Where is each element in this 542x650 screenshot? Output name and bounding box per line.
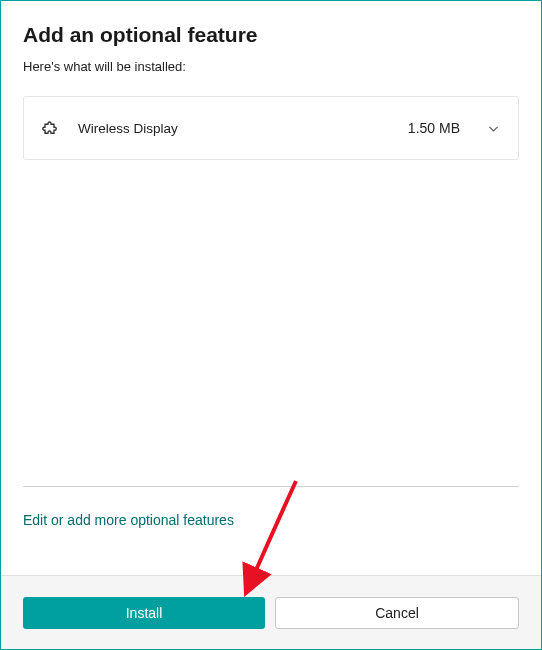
- install-button[interactable]: Install: [23, 597, 265, 629]
- dialog-title: Add an optional feature: [23, 23, 519, 47]
- puzzle-icon: [42, 119, 60, 137]
- link-section: Edit or add more optional features: [23, 486, 519, 529]
- edit-add-features-link[interactable]: Edit or add more optional features: [23, 512, 234, 528]
- feature-row[interactable]: Wireless Display 1.50 MB: [23, 96, 519, 160]
- dialog-footer: Install Cancel: [1, 575, 541, 649]
- feature-size: 1.50 MB: [408, 120, 460, 136]
- feature-name: Wireless Display: [78, 121, 390, 136]
- chevron-down-icon: [486, 121, 500, 135]
- dialog-subtitle: Here's what will be installed:: [23, 59, 519, 74]
- cancel-button[interactable]: Cancel: [275, 597, 519, 629]
